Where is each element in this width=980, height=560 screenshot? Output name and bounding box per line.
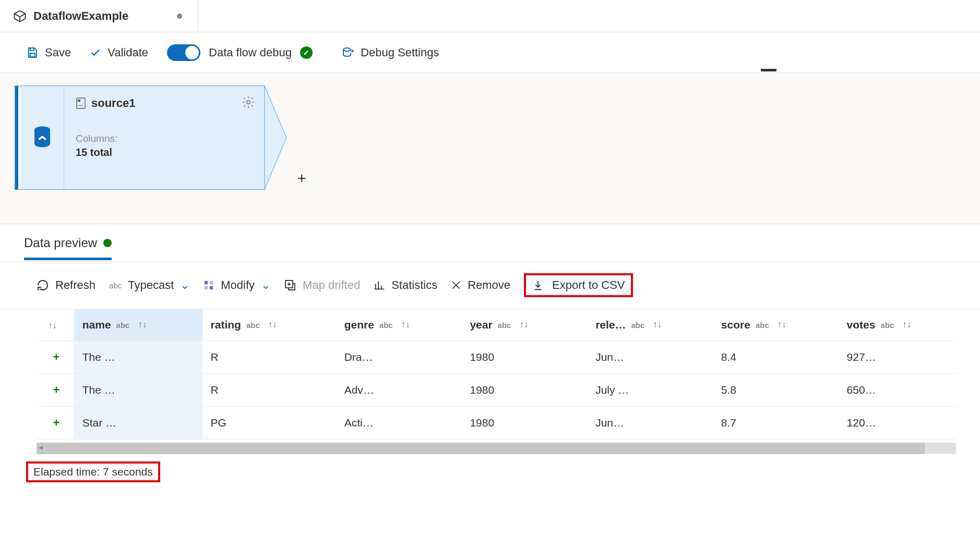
statistics-label: Statistics	[391, 278, 437, 292]
save-icon	[26, 46, 39, 59]
cell-year: 1980	[461, 341, 587, 374]
add-transform-button[interactable]: +	[297, 169, 306, 187]
abc-icon: abc	[109, 281, 122, 290]
cell-votes: 120…	[839, 407, 956, 440]
cell-score: 5.8	[713, 374, 839, 407]
save-label: Save	[45, 46, 71, 59]
refresh-label: Refresh	[55, 278, 95, 292]
col-label: genre	[344, 319, 374, 331]
type-badge: abc	[116, 321, 130, 330]
sort-icon[interactable]: ↑↓	[519, 320, 528, 330]
col-label: name	[82, 319, 111, 331]
modify-label: Modify	[221, 278, 255, 292]
sort-icon[interactable]: ↑↓	[653, 320, 662, 330]
cell-rating: R	[202, 341, 336, 374]
remove-label: Remove	[468, 278, 510, 292]
panel-drag-handle[interactable]	[761, 69, 776, 71]
cell-score: 8.7	[713, 407, 839, 440]
debug-status-icon: ✓	[300, 46, 313, 59]
node-title: source1	[91, 96, 135, 110]
cell-genre: Dra…	[336, 341, 462, 374]
type-badge: abc	[246, 321, 260, 330]
cell-rating: PG	[202, 407, 336, 440]
gear-icon[interactable]	[242, 95, 255, 109]
cell-name: The …	[74, 341, 202, 374]
col-header-released[interactable]: rele… abc ↑↓	[587, 309, 713, 341]
statistics-button[interactable]: Statistics	[374, 278, 437, 292]
col-header-name[interactable]: name abc ↑↓	[74, 309, 202, 341]
svg-point-7	[247, 101, 250, 104]
typecast-label: Typecast	[128, 278, 174, 292]
col-label: votes	[847, 319, 876, 331]
sort-icon[interactable]: ↑↓	[401, 320, 410, 330]
cell-released: July …	[587, 374, 713, 407]
svg-marker-8	[265, 86, 286, 189]
validate-button[interactable]: Validate	[90, 46, 148, 59]
expand-row-button[interactable]: +	[37, 407, 74, 440]
remove-button[interactable]: Remove	[451, 278, 510, 292]
validate-label: Validate	[107, 46, 148, 59]
map-drifted-button: Map drifted	[284, 278, 360, 292]
sort-icon[interactable]: ↑↓	[778, 320, 786, 330]
cell-year: 1980	[461, 407, 587, 440]
modify-button[interactable]: Modify ⌄	[203, 278, 270, 292]
sort-icon[interactable]: ↑↓	[902, 320, 911, 330]
cell-released: Jun…	[587, 341, 713, 374]
cell-year: 1980	[461, 374, 587, 407]
table-row[interactable]: + Star … PG Acti… 1980 Jun… 8.7 120…	[37, 407, 956, 440]
col-header-genre[interactable]: genre abc ↑↓	[336, 309, 462, 341]
debug-settings-label: Debug Settings	[361, 46, 439, 59]
tab-bar-empty	[198, 0, 980, 32]
node-columns-label: Columns:	[76, 133, 253, 144]
modify-icon	[203, 279, 214, 291]
expand-row-button[interactable]: +	[37, 341, 74, 374]
save-button[interactable]: Save	[26, 46, 71, 59]
col-label: score	[721, 319, 750, 331]
svg-rect-9	[205, 281, 208, 284]
svg-rect-11	[205, 286, 208, 289]
refresh-button[interactable]: Refresh	[37, 278, 95, 292]
typecast-button[interactable]: abc Typecast ⌄	[109, 278, 189, 292]
export-csv-button[interactable]: Export to CSV	[524, 273, 633, 297]
tab-data-preview[interactable]: Data preview	[24, 236, 112, 260]
debug-toggle[interactable]	[167, 44, 200, 61]
cell-score: 8.4	[713, 341, 839, 374]
horizontal-scrollbar[interactable]	[37, 443, 956, 454]
cell-genre: Adv…	[336, 374, 462, 407]
node-columns-value: 15 total	[76, 147, 253, 159]
cell-rating: R	[202, 374, 336, 407]
col-header-year[interactable]: year abc ↑↓	[461, 309, 587, 341]
col-header-score[interactable]: score abc ↑↓	[713, 309, 839, 341]
cell-name: The …	[74, 374, 202, 407]
statistics-icon	[374, 279, 385, 291]
type-badge: abc	[880, 321, 894, 330]
node-accent	[15, 86, 20, 189]
table-row[interactable]: + The … R Dra… 1980 Jun… 8.4 927…	[37, 341, 956, 374]
chevron-down-icon: ⌄	[180, 278, 189, 292]
preview-tabs: Data preview	[0, 224, 980, 260]
sort-icon[interactable]: ↑↓	[268, 320, 277, 330]
type-badge: abc	[756, 321, 769, 330]
dataflow-canvas[interactable]: csv source1 Columns: 15 total +	[0, 73, 980, 224]
cell-genre: Acti…	[336, 407, 462, 440]
col-header-votes[interactable]: votes abc ↑↓	[839, 309, 956, 341]
col-header-rating[interactable]: rating abc ↑↓	[202, 309, 336, 341]
svg-rect-5	[78, 100, 80, 102]
col-label: rele…	[595, 319, 626, 331]
row-expand-header[interactable]: ↑↓	[37, 309, 74, 341]
sort-icon[interactable]: ↑↓	[138, 320, 147, 330]
tab-bar: DataflowExample	[0, 0, 980, 32]
source-node[interactable]: csv source1 Columns: 15 total +	[15, 86, 265, 190]
toggle-knob	[185, 46, 199, 59]
settings-export-icon	[342, 46, 354, 59]
tab-dataflow[interactable]: DataflowExample	[0, 0, 198, 32]
svg-text:csv: csv	[78, 104, 83, 107]
expand-row-button[interactable]: +	[37, 374, 74, 407]
preview-table-wrap: ↑↓ name abc ↑↓ rating abc ↑↓ genre abc ↑…	[0, 309, 980, 440]
unsaved-indicator	[177, 14, 182, 19]
debug-settings-button[interactable]: Debug Settings	[342, 46, 439, 59]
table-row[interactable]: + The … R Adv… 1980 July … 5.8 650…	[37, 374, 956, 407]
map-drifted-icon	[284, 279, 296, 291]
preview-toolbar: Refresh abc Typecast ⌄ Modify ⌄ Map drif…	[0, 261, 980, 309]
type-badge: abc	[379, 321, 393, 330]
